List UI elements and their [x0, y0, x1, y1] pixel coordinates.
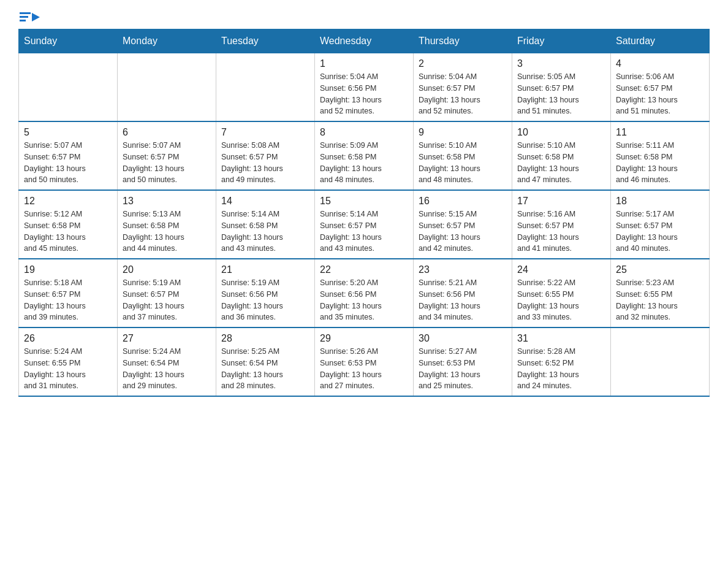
calendar-cell: 17Sunrise: 5:16 AM Sunset: 6:57 PM Dayli… — [512, 190, 611, 259]
day-number: 3 — [517, 58, 605, 69]
day-info: Sunrise: 5:10 AM Sunset: 6:58 PM Dayligh… — [419, 140, 507, 186]
day-number: 6 — [123, 127, 211, 138]
day-number: 27 — [123, 333, 211, 344]
day-number: 30 — [419, 333, 507, 344]
calendar-cell: 20Sunrise: 5:19 AM Sunset: 6:57 PM Dayli… — [118, 259, 216, 327]
calendar-cell: 31Sunrise: 5:28 AM Sunset: 6:52 PM Dayli… — [512, 327, 611, 396]
day-number: 28 — [221, 333, 309, 344]
calendar-cell: 16Sunrise: 5:15 AM Sunset: 6:57 PM Dayli… — [414, 190, 512, 259]
day-info: Sunrise: 5:16 AM Sunset: 6:57 PM Dayligh… — [517, 209, 605, 255]
day-info: Sunrise: 5:25 AM Sunset: 6:54 PM Dayligh… — [221, 346, 309, 392]
calendar-cell: 18Sunrise: 5:17 AM Sunset: 6:57 PM Dayli… — [611, 190, 710, 259]
page-header — [18, 12, 710, 23]
calendar-cell: 19Sunrise: 5:18 AM Sunset: 6:57 PM Dayli… — [19, 259, 118, 327]
calendar-cell: 24Sunrise: 5:22 AM Sunset: 6:55 PM Dayli… — [512, 259, 611, 327]
calendar-cell: 6Sunrise: 5:07 AM Sunset: 6:57 PM Daylig… — [118, 121, 216, 190]
day-number: 12 — [24, 196, 112, 207]
day-info: Sunrise: 5:09 AM Sunset: 6:58 PM Dayligh… — [320, 140, 408, 186]
day-header-wednesday: Wednesday — [315, 29, 414, 53]
day-number: 9 — [419, 127, 507, 138]
calendar-cell: 27Sunrise: 5:24 AM Sunset: 6:54 PM Dayli… — [118, 327, 216, 396]
day-info: Sunrise: 5:14 AM Sunset: 6:58 PM Dayligh… — [221, 209, 309, 255]
day-number: 15 — [320, 196, 408, 207]
logo — [18, 12, 40, 23]
day-number: 8 — [320, 127, 408, 138]
day-number: 19 — [24, 264, 112, 275]
day-info: Sunrise: 5:26 AM Sunset: 6:53 PM Dayligh… — [320, 346, 408, 392]
calendar-header-row: SundayMondayTuesdayWednesdayThursdayFrid… — [19, 29, 710, 53]
calendar-cell: 12Sunrise: 5:12 AM Sunset: 6:58 PM Dayli… — [19, 190, 118, 259]
calendar-week-row: 26Sunrise: 5:24 AM Sunset: 6:55 PM Dayli… — [19, 327, 710, 396]
day-number: 17 — [517, 196, 605, 207]
calendar-cell: 9Sunrise: 5:10 AM Sunset: 6:58 PM Daylig… — [414, 121, 512, 190]
day-number: 4 — [616, 58, 704, 69]
day-info: Sunrise: 5:07 AM Sunset: 6:57 PM Dayligh… — [24, 140, 112, 186]
day-info: Sunrise: 5:27 AM Sunset: 6:53 PM Dayligh… — [419, 346, 507, 392]
calendar-cell: 14Sunrise: 5:14 AM Sunset: 6:58 PM Dayli… — [216, 190, 315, 259]
day-number: 26 — [24, 333, 112, 344]
day-info: Sunrise: 5:20 AM Sunset: 6:56 PM Dayligh… — [320, 277, 408, 323]
day-info: Sunrise: 5:04 AM Sunset: 6:56 PM Dayligh… — [320, 71, 408, 117]
calendar-week-row: 5Sunrise: 5:07 AM Sunset: 6:57 PM Daylig… — [19, 121, 710, 190]
calendar-cell — [118, 53, 216, 122]
day-info: Sunrise: 5:17 AM Sunset: 6:57 PM Dayligh… — [616, 209, 704, 255]
day-info: Sunrise: 5:07 AM Sunset: 6:57 PM Dayligh… — [123, 140, 211, 186]
day-info: Sunrise: 5:18 AM Sunset: 6:57 PM Dayligh… — [24, 277, 112, 323]
day-info: Sunrise: 5:06 AM Sunset: 6:57 PM Dayligh… — [616, 71, 704, 117]
calendar-week-row: 19Sunrise: 5:18 AM Sunset: 6:57 PM Dayli… — [19, 259, 710, 327]
day-info: Sunrise: 5:24 AM Sunset: 6:54 PM Dayligh… — [123, 346, 211, 392]
calendar-cell: 15Sunrise: 5:14 AM Sunset: 6:57 PM Dayli… — [315, 190, 414, 259]
day-info: Sunrise: 5:13 AM Sunset: 6:58 PM Dayligh… — [123, 209, 211, 255]
day-number: 11 — [616, 127, 704, 138]
day-header-monday: Monday — [118, 29, 216, 53]
day-number: 5 — [24, 127, 112, 138]
calendar-cell — [216, 53, 315, 122]
day-number: 29 — [320, 333, 408, 344]
day-number: 22 — [320, 264, 408, 275]
calendar-cell: 28Sunrise: 5:25 AM Sunset: 6:54 PM Dayli… — [216, 327, 315, 396]
day-number: 18 — [616, 196, 704, 207]
day-header-friday: Friday — [512, 29, 611, 53]
day-number: 24 — [517, 264, 605, 275]
day-number: 13 — [123, 196, 211, 207]
calendar-cell: 26Sunrise: 5:24 AM Sunset: 6:55 PM Dayli… — [19, 327, 118, 396]
day-info: Sunrise: 5:19 AM Sunset: 6:57 PM Dayligh… — [123, 277, 211, 323]
calendar-cell: 5Sunrise: 5:07 AM Sunset: 6:57 PM Daylig… — [19, 121, 118, 190]
day-info: Sunrise: 5:10 AM Sunset: 6:58 PM Dayligh… — [517, 140, 605, 186]
calendar-cell: 2Sunrise: 5:04 AM Sunset: 6:57 PM Daylig… — [414, 53, 512, 122]
calendar-table: SundayMondayTuesdayWednesdayThursdayFrid… — [18, 29, 710, 397]
calendar-cell: 29Sunrise: 5:26 AM Sunset: 6:53 PM Dayli… — [315, 327, 414, 396]
calendar-week-row: 12Sunrise: 5:12 AM Sunset: 6:58 PM Dayli… — [19, 190, 710, 259]
day-info: Sunrise: 5:08 AM Sunset: 6:57 PM Dayligh… — [221, 140, 309, 186]
day-number: 16 — [419, 196, 507, 207]
day-number: 31 — [517, 333, 605, 344]
calendar-cell: 23Sunrise: 5:21 AM Sunset: 6:56 PM Dayli… — [414, 259, 512, 327]
day-info: Sunrise: 5:12 AM Sunset: 6:58 PM Dayligh… — [24, 209, 112, 255]
day-number: 7 — [221, 127, 309, 138]
calendar-cell: 11Sunrise: 5:11 AM Sunset: 6:58 PM Dayli… — [611, 121, 710, 190]
day-info: Sunrise: 5:05 AM Sunset: 6:57 PM Dayligh… — [517, 71, 605, 117]
calendar-week-row: 1Sunrise: 5:04 AM Sunset: 6:56 PM Daylig… — [19, 53, 710, 122]
calendar-cell: 4Sunrise: 5:06 AM Sunset: 6:57 PM Daylig… — [611, 53, 710, 122]
calendar-cell: 22Sunrise: 5:20 AM Sunset: 6:56 PM Dayli… — [315, 259, 414, 327]
day-info: Sunrise: 5:24 AM Sunset: 6:55 PM Dayligh… — [24, 346, 112, 392]
calendar-cell: 13Sunrise: 5:13 AM Sunset: 6:58 PM Dayli… — [118, 190, 216, 259]
day-number: 25 — [616, 264, 704, 275]
day-header-saturday: Saturday — [611, 29, 710, 53]
calendar-cell: 1Sunrise: 5:04 AM Sunset: 6:56 PM Daylig… — [315, 53, 414, 122]
day-number: 23 — [419, 264, 507, 275]
calendar-cell: 3Sunrise: 5:05 AM Sunset: 6:57 PM Daylig… — [512, 53, 611, 122]
calendar-cell: 25Sunrise: 5:23 AM Sunset: 6:55 PM Dayli… — [611, 259, 710, 327]
day-header-sunday: Sunday — [19, 29, 118, 53]
day-number: 1 — [320, 58, 408, 69]
day-header-thursday: Thursday — [414, 29, 512, 53]
calendar-cell: 8Sunrise: 5:09 AM Sunset: 6:58 PM Daylig… — [315, 121, 414, 190]
day-info: Sunrise: 5:15 AM Sunset: 6:57 PM Dayligh… — [419, 209, 507, 255]
day-number: 10 — [517, 127, 605, 138]
day-info: Sunrise: 5:28 AM Sunset: 6:52 PM Dayligh… — [517, 346, 605, 392]
day-number: 14 — [221, 196, 309, 207]
calendar-cell — [19, 53, 118, 122]
day-header-tuesday: Tuesday — [216, 29, 315, 53]
day-number: 2 — [419, 58, 507, 69]
calendar-cell: 7Sunrise: 5:08 AM Sunset: 6:57 PM Daylig… — [216, 121, 315, 190]
